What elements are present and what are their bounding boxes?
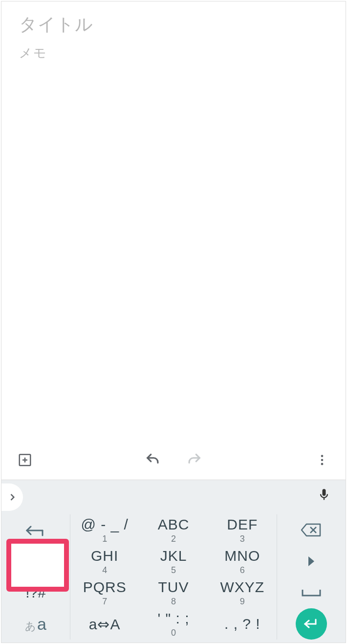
key-main: DEF — [227, 516, 258, 533]
key-sub: 4 — [102, 565, 107, 575]
key-sub: 3 — [240, 534, 245, 544]
key-sub: 2 — [171, 534, 176, 544]
space-key[interactable] — [277, 577, 346, 608]
triangle-right-icon — [306, 555, 316, 567]
svg-marker-11 — [33, 556, 39, 566]
key-main: ABC — [158, 516, 190, 533]
mic-icon — [317, 488, 331, 502]
note-editor — [1, 1, 346, 440]
key-main: !?# — [25, 584, 46, 601]
key-main: @ - _ / — [81, 516, 128, 533]
key-sub: 1 — [102, 534, 107, 544]
key-6[interactable]: MNO6 — [208, 546, 277, 577]
reverse-arrow-icon — [24, 523, 47, 537]
key-sub: 7 — [102, 597, 107, 607]
key-9[interactable]: WXYZ9 — [208, 577, 277, 608]
triangle-left-icon — [31, 555, 41, 567]
chevron-right-icon — [7, 492, 17, 502]
add-button[interactable] — [14, 449, 36, 471]
svg-rect-6 — [324, 498, 325, 500]
key-main: a⇔A — [89, 616, 121, 633]
backspace-key[interactable] — [277, 514, 346, 546]
svg-point-3 — [321, 455, 324, 458]
more-button[interactable] — [311, 449, 333, 471]
key-8[interactable]: TUV8 — [139, 577, 208, 608]
enter-circle — [296, 608, 327, 640]
svg-point-5 — [321, 463, 324, 465]
key-main: ' " : ; — [157, 610, 189, 627]
suggestion-bar — [1, 480, 346, 514]
body-input[interactable] — [19, 45, 328, 59]
enter-icon — [303, 618, 320, 630]
enter-key[interactable] — [277, 608, 346, 640]
key-sub: 9 — [240, 597, 245, 607]
punctuation-key[interactable]: . , ? ! — [208, 608, 277, 640]
undo-button[interactable] — [142, 449, 164, 471]
more-vertical-icon — [315, 453, 329, 467]
key-3[interactable]: DEF3 — [208, 514, 277, 546]
reverse-key[interactable] — [1, 514, 70, 546]
key-main: TUV — [158, 579, 189, 596]
plus-box-icon — [18, 453, 32, 467]
symbols-key[interactable]: !?# — [1, 577, 70, 608]
key-sub: 5 — [171, 565, 176, 575]
svg-point-4 — [321, 459, 324, 461]
app-screen: @ - _ /1 ABC2 DEF3 GHI4 JKL5 MNO6 !?# PQ… — [1, 1, 346, 643]
keyboard: @ - _ /1 ABC2 DEF3 GHI4 JKL5 MNO6 !?# PQ… — [1, 480, 346, 643]
key-grid: @ - _ /1 ABC2 DEF3 GHI4 JKL5 MNO6 !?# PQ… — [1, 514, 346, 643]
svg-marker-12 — [308, 556, 314, 566]
key-main: MNO — [224, 548, 260, 564]
redo-icon — [186, 452, 202, 468]
key-2[interactable]: ABC2 — [139, 514, 208, 546]
key-main: . , ? ! — [224, 616, 260, 632]
key-main: JKL — [160, 548, 187, 564]
key-0[interactable]: ' " : ;0 — [139, 608, 208, 640]
key-7[interactable]: PQRS7 — [70, 577, 139, 608]
key-sub: 8 — [171, 597, 176, 607]
input-mode-key[interactable]: あ a — [1, 608, 70, 640]
voice-input-button[interactable] — [317, 488, 331, 502]
key-4[interactable]: GHI4 — [70, 546, 139, 577]
note-toolbar — [1, 440, 346, 480]
key-main: WXYZ — [220, 579, 264, 596]
key-5[interactable]: JKL5 — [139, 546, 208, 577]
suggestion-expand-button[interactable] — [1, 483, 23, 511]
redo-button[interactable] — [183, 449, 205, 471]
key-main: PQRS — [83, 579, 127, 596]
key-main: GHI — [91, 548, 118, 564]
undo-icon — [145, 452, 161, 468]
title-input[interactable] — [19, 14, 328, 35]
backspace-icon — [301, 522, 322, 538]
case-toggle-key[interactable]: a⇔A — [70, 608, 139, 640]
space-icon — [300, 587, 323, 598]
cursor-right-key[interactable] — [277, 546, 346, 577]
key-sub: 0 — [171, 628, 176, 638]
key-sub: 6 — [240, 565, 245, 575]
key-1[interactable]: @ - _ /1 — [70, 514, 139, 546]
mode-en-label: a — [37, 615, 46, 634]
cursor-left-key[interactable] — [1, 546, 70, 577]
mode-jp-label: あ — [25, 619, 36, 634]
